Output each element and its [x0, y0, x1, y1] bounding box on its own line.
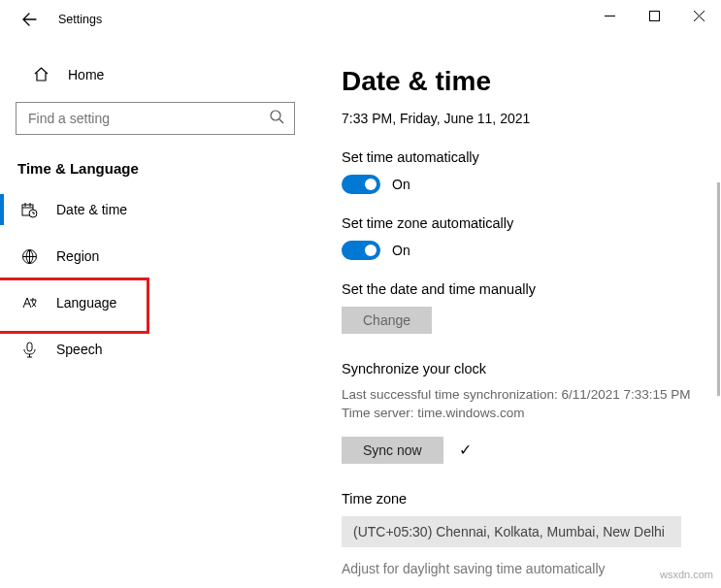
nav-label: Date & time	[56, 202, 127, 217]
auto-time-state: On	[392, 177, 410, 192]
page-heading: Date & time	[342, 66, 702, 97]
home-label: Home	[68, 67, 104, 82]
auto-tz-state: On	[392, 243, 410, 258]
language-icon	[21, 295, 38, 311]
search-icon	[270, 110, 284, 124]
search-input[interactable]	[26, 110, 284, 127]
sync-now-button[interactable]: Sync now	[342, 437, 443, 464]
sync-heading: Synchronize your clock	[342, 361, 702, 376]
svg-rect-5	[27, 343, 32, 351]
maximize-button[interactable]	[632, 0, 676, 31]
nav-item-language[interactable]: Language	[0, 279, 295, 326]
timezone-select: (UTC+05:30) Chennai, Kolkata, Mumbai, Ne…	[342, 516, 681, 547]
nav-item-speech[interactable]: Speech	[0, 326, 295, 373]
nav-label: Speech	[56, 342, 102, 357]
close-icon	[694, 11, 705, 21]
auto-tz-label: Set time zone automatically	[342, 215, 702, 231]
globe-icon	[21, 248, 38, 265]
category-header: Time & Language	[17, 160, 295, 177]
auto-time-label: Set time automatically	[342, 149, 702, 165]
check-icon: ✓	[459, 441, 472, 459]
current-datetime: 7:33 PM, Friday, June 11, 2021	[342, 111, 702, 126]
manual-time-label: Set the date and time manually	[342, 281, 702, 297]
back-arrow-icon	[21, 12, 37, 27]
change-button: Change	[342, 307, 432, 334]
main-content: Date & time 7:33 PM, Friday, June 11, 20…	[311, 39, 721, 588]
auto-tz-toggle[interactable]	[342, 241, 380, 260]
tz-heading: Time zone	[342, 491, 702, 506]
back-button[interactable]	[17, 8, 41, 31]
home-icon	[33, 66, 49, 82]
maximize-icon	[649, 11, 660, 21]
minimize-icon	[605, 11, 615, 21]
nav-label: Language	[56, 295, 116, 310]
microphone-icon	[21, 342, 38, 358]
calendar-clock-icon	[21, 202, 38, 218]
nav-list: Date & time Region Language Speech	[0, 186, 295, 373]
window-controls	[587, 0, 721, 31]
home-link[interactable]: Home	[16, 60, 295, 88]
sync-last: Last successful time synchronization: 6/…	[342, 386, 702, 405]
sidebar: Home Time & Language Date & time Region …	[0, 39, 311, 588]
window-title: Settings	[58, 13, 102, 26]
svg-rect-0	[649, 11, 659, 20]
nav-item-region[interactable]: Region	[0, 233, 295, 279]
svg-point-1	[271, 111, 280, 120]
nav-label: Region	[56, 248, 99, 264]
sync-server: Time server: time.windows.com	[342, 405, 702, 423]
nav-item-date-time[interactable]: Date & time	[0, 186, 295, 233]
minimize-button[interactable]	[587, 0, 632, 31]
scrollbar-thumb[interactable]	[717, 182, 720, 396]
watermark: wsxdn.com	[660, 569, 713, 580]
close-button[interactable]	[676, 0, 721, 31]
auto-time-toggle[interactable]	[342, 175, 380, 194]
titlebar: Settings	[0, 0, 721, 39]
dst-label: Adjust for daylight saving time automati…	[342, 561, 702, 576]
search-box[interactable]	[16, 102, 295, 135]
